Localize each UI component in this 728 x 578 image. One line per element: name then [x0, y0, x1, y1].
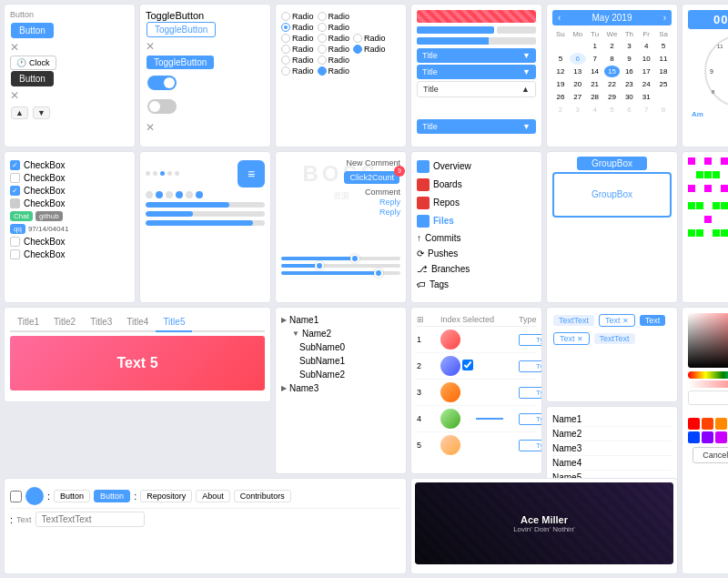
radio-item-13[interactable]: Radio	[281, 66, 314, 76]
color-gradient-picker[interactable]	[688, 313, 728, 368]
cal-day-n2[interactable]: 2	[552, 104, 569, 116]
reply-button-1[interactable]: Reply	[343, 198, 400, 207]
tree-item-name2[interactable]: ▼ Name2	[281, 327, 400, 340]
hue-slider[interactable]	[688, 371, 728, 379]
cal-day-n4[interactable]: 4	[587, 104, 603, 116]
cal-day-8[interactable]: 8	[604, 53, 621, 65]
toolbar-about-btn[interactable]: About	[196, 490, 230, 502]
file-item-branches[interactable]: ⎇ Branches	[417, 261, 536, 277]
tree-item-subname0[interactable]: SubName0	[281, 340, 400, 354]
radio-item-7[interactable]: Radio	[353, 34, 386, 43]
cal-day-22[interactable]: 22	[604, 78, 621, 90]
cal-day-2[interactable]: 2	[604, 40, 621, 52]
checkbox-item-1[interactable]: ✓ CheckBox	[10, 160, 129, 170]
checkbox-4[interactable]	[10, 198, 20, 208]
cal-day-4[interactable]: 4	[638, 40, 654, 52]
cal-day-11[interactable]: 11	[655, 53, 672, 65]
next-month-button[interactable]: ›	[663, 13, 666, 23]
dropdown-title-1[interactable]: Title ▼	[417, 48, 536, 63]
radio-item-5[interactable]: Radio	[281, 34, 314, 43]
color-cancel-button[interactable]: Cancel	[693, 447, 728, 463]
file-item-overview[interactable]: Overview	[417, 157, 536, 176]
stepper-down[interactable]: ▼	[33, 106, 50, 119]
cal-day-9[interactable]: 9	[621, 53, 637, 65]
dropdown-title-2[interactable]: Title ▼	[417, 65, 536, 79]
reply-button-2[interactable]: Reply	[343, 208, 400, 217]
dropdown-title-4[interactable]: Title ▼	[417, 119, 536, 134]
vlist-item-1[interactable]: Name1	[552, 412, 672, 427]
vlist-item-2[interactable]: Name2	[552, 427, 672, 441]
cal-day-7[interactable]: 7	[587, 53, 603, 65]
swatch-violet[interactable]	[715, 431, 727, 443]
cal-day-21[interactable]: 21	[587, 78, 603, 90]
radio-item-8[interactable]: Radio	[281, 45, 314, 54]
cal-day-6[interactable]: 6	[570, 53, 586, 65]
tab-title1[interactable]: Title1	[10, 313, 46, 330]
checkbox-6[interactable]	[10, 249, 20, 259]
checkbox-2[interactable]	[10, 173, 20, 183]
prev-month-button[interactable]: ‹	[558, 13, 561, 23]
cal-day-30[interactable]: 30	[621, 91, 637, 103]
cal-day-3[interactable]: 3	[621, 40, 637, 52]
clock-button[interactable]: 🕐 Clock	[10, 56, 56, 70]
cal-day-20[interactable]: 20	[570, 78, 586, 90]
checkbox-item-6[interactable]: CheckBox	[10, 249, 129, 259]
click-count-button[interactable]: Click2Count	[344, 171, 399, 184]
file-item-files[interactable]: Files	[417, 212, 536, 230]
slider-track-3[interactable]	[281, 271, 400, 275]
cal-day-24[interactable]: 24	[638, 78, 654, 90]
toolbar-button-2[interactable]: Button	[94, 490, 130, 502]
stepper-up[interactable]: ▲	[11, 106, 28, 119]
slider-thumb-1[interactable]	[350, 254, 359, 263]
cal-day-next-1[interactable]	[655, 91, 672, 103]
file-item-boards[interactable]: Boards	[417, 176, 536, 194]
toolbar-button-1[interactable]: Button	[54, 490, 90, 502]
cal-day-n8[interactable]: 8	[655, 104, 672, 116]
tag-close-x-2[interactable]: ✕	[577, 335, 583, 343]
checkbox-item-5[interactable]: CheckBox	[10, 237, 129, 247]
toggle-switch-off[interactable]	[147, 99, 177, 114]
cal-day-1[interactable]: 1	[587, 40, 603, 52]
tab-title4[interactable]: Title4	[119, 313, 156, 330]
swatch-dark-blue[interactable]	[688, 431, 700, 443]
cal-day-26[interactable]: 26	[552, 91, 569, 103]
cal-day-14[interactable]: 14	[587, 66, 603, 77]
checkbox-3[interactable]: ✓	[10, 186, 20, 196]
black-button[interactable]: Button	[11, 71, 54, 86]
cal-day-18[interactable]: 18	[655, 66, 672, 77]
cal-day-n3[interactable]: 3	[570, 104, 586, 116]
toolbar-repo-btn[interactable]: Repository	[140, 490, 192, 502]
radio-item-3[interactable]: Radio	[281, 23, 314, 32]
swatch-orange-red[interactable]	[702, 418, 713, 430]
checkbox-5[interactable]	[10, 237, 20, 247]
am-label[interactable]: Am	[692, 110, 703, 118]
cal-day-25[interactable]: 25	[655, 78, 672, 90]
file-item-tags[interactable]: 🏷 Tags	[417, 277, 536, 292]
toolbar-contributors-btn[interactable]: Contributors	[234, 490, 291, 502]
cal-day-19[interactable]: 19	[552, 78, 569, 90]
toolbar-checkbox[interactable]	[10, 491, 22, 502]
slider-track-2[interactable]	[281, 264, 400, 268]
radio-item-2[interactable]: Radio	[318, 12, 350, 21]
checkbox-1[interactable]: ✓	[10, 160, 20, 170]
radio-item-10[interactable]: Radio	[353, 45, 386, 54]
radio-item-9[interactable]: Radio	[318, 45, 350, 54]
cal-day-5[interactable]: 5	[655, 40, 672, 52]
tree-item-subname1[interactable]: SubName1	[281, 354, 400, 368]
tree-item-name3[interactable]: ▶ Name3	[281, 381, 400, 395]
cal-day-n7[interactable]: 7	[638, 104, 654, 116]
primary-button[interactable]: Button	[11, 23, 54, 38]
cal-day-15[interactable]: 15	[604, 66, 621, 77]
radio-item-6[interactable]: Radio	[318, 34, 350, 43]
dropdown-title-3[interactable]: Title ▲	[417, 81, 536, 97]
cal-day-23[interactable]: 23	[621, 78, 637, 90]
slider-thumb-2[interactable]	[315, 261, 324, 270]
toolbar-text-input[interactable]	[35, 512, 145, 527]
cal-day-5b[interactable]: 5	[552, 53, 569, 65]
tag-close-x[interactable]: ✕	[622, 317, 629, 325]
swatch-orange[interactable]	[715, 418, 727, 430]
tab-title2[interactable]: Title2	[46, 313, 83, 330]
radio-item-1[interactable]: Radio	[281, 12, 314, 21]
radio-item-4[interactable]: Radio	[318, 23, 350, 32]
tab-title3[interactable]: Title3	[83, 313, 119, 330]
